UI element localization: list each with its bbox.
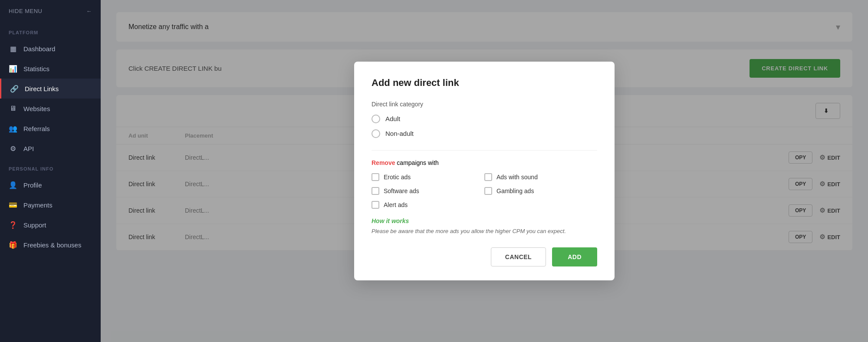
checkbox-software[interactable]: Software ads <box>372 187 484 195</box>
checkbox-grid: Erotic ads Ads with sound Software ads G… <box>372 173 597 209</box>
sidebar-item-profile[interactable]: 👤 Profile <box>0 175 101 195</box>
checkbox-box-gambling <box>484 187 492 195</box>
websites-icon: 🖥 <box>9 104 17 113</box>
checkbox-alert[interactable]: Alert ads <box>372 201 484 209</box>
radio-adult[interactable]: Adult <box>372 115 597 123</box>
profile-icon: 👤 <box>9 181 17 189</box>
radio-adult-label: Adult <box>385 115 400 122</box>
how-it-works-text: Please be aware that the more ads you al… <box>372 227 597 236</box>
add-button[interactable]: ADD <box>552 247 597 266</box>
sidebar-item-label: Direct Links <box>25 85 59 92</box>
checkbox-gambling-label: Gambling ads <box>496 187 534 194</box>
sidebar-item-label: Profile <box>23 181 42 189</box>
sidebar-item-websites[interactable]: 🖥 Websites <box>0 99 101 118</box>
modal-title: Add new direct link <box>372 77 597 89</box>
api-icon: ⚙ <box>9 144 17 153</box>
radio-non-adult-label: Non-adult <box>385 130 414 137</box>
sidebar-item-label: Support <box>23 221 46 229</box>
sidebar-item-label: Dashboard <box>23 45 55 53</box>
sidebar-item-label: API <box>23 145 34 152</box>
checkbox-box-software <box>372 187 379 195</box>
how-it-works-label: How it works <box>372 217 597 224</box>
checkbox-box-alert <box>372 201 379 209</box>
statistics-icon: 📊 <box>9 64 17 73</box>
support-icon: ❓ <box>9 220 17 229</box>
checkbox-gambling[interactable]: Gambling ads <box>484 187 597 195</box>
sidebar-item-direct-links[interactable]: 🔗 Direct Links <box>0 79 101 99</box>
category-label: Direct link category <box>372 101 597 108</box>
cancel-button[interactable]: CANCEL <box>491 247 546 266</box>
radio-circle-adult <box>372 115 380 123</box>
sidebar: HIDE MENU ← PLATFORM ▦ Dashboard 📊 Stati… <box>0 0 101 342</box>
hide-menu-button[interactable]: HIDE MENU ← <box>0 0 101 22</box>
sidebar-item-referrals[interactable]: 👥 Referrals <box>0 118 101 138</box>
sidebar-item-label: Payments <box>23 201 53 209</box>
referrals-icon: 👥 <box>9 124 17 133</box>
checkbox-box-ads-with-sound <box>484 173 492 181</box>
radio-circle-non-adult <box>372 129 380 138</box>
platform-section-label: PLATFORM <box>0 22 101 39</box>
remove-suffix: campaigns with <box>395 159 438 166</box>
sidebar-item-support[interactable]: ❓ Support <box>0 215 101 235</box>
direct-links-icon: 🔗 <box>10 84 19 93</box>
divider <box>372 150 597 151</box>
payments-icon: 💳 <box>9 201 17 209</box>
sidebar-item-label: Statistics <box>23 65 49 72</box>
modal: Add new direct link Direct link category… <box>354 62 615 281</box>
checkbox-box-erotic <box>372 173 379 181</box>
checkbox-software-label: Software ads <box>384 187 419 194</box>
remove-word: Remove <box>372 159 395 166</box>
remove-campaigns-label: Remove campaigns with <box>372 159 597 166</box>
checkbox-ads-with-sound[interactable]: Ads with sound <box>484 173 597 181</box>
checkbox-ads-with-sound-label: Ads with sound <box>496 174 538 181</box>
arrow-left-icon: ← <box>86 8 92 14</box>
radio-group: Adult Non-adult <box>372 115 597 138</box>
dashboard-icon: ▦ <box>9 44 17 53</box>
checkbox-erotic-label: Erotic ads <box>384 174 411 181</box>
checkbox-erotic[interactable]: Erotic ads <box>372 173 484 181</box>
sidebar-item-payments[interactable]: 💳 Payments <box>0 195 101 215</box>
sidebar-item-label: Referrals <box>23 125 50 132</box>
sidebar-item-label: Freebies & bonuses <box>23 241 81 249</box>
radio-non-adult[interactable]: Non-adult <box>372 129 597 138</box>
checkbox-alert-label: Alert ads <box>384 201 408 208</box>
sidebar-item-freebies[interactable]: 🎁 Freebies & bonuses <box>0 235 101 255</box>
main-content: Monetize any traffic with a ▾ Click CREA… <box>101 0 868 342</box>
sidebar-item-label: Websites <box>23 105 50 112</box>
personal-info-section-label: PERSONAL INFO <box>0 158 101 175</box>
sidebar-item-api[interactable]: ⚙ API <box>0 138 101 158</box>
modal-overlay: Add new direct link Direct link category… <box>101 0 868 342</box>
hide-menu-label: HIDE MENU <box>9 8 42 14</box>
sidebar-item-statistics[interactable]: 📊 Statistics <box>0 59 101 79</box>
sidebar-item-dashboard[interactable]: ▦ Dashboard <box>0 39 101 59</box>
freebies-icon: 🎁 <box>9 240 17 249</box>
modal-footer: CANCEL ADD <box>372 247 597 266</box>
